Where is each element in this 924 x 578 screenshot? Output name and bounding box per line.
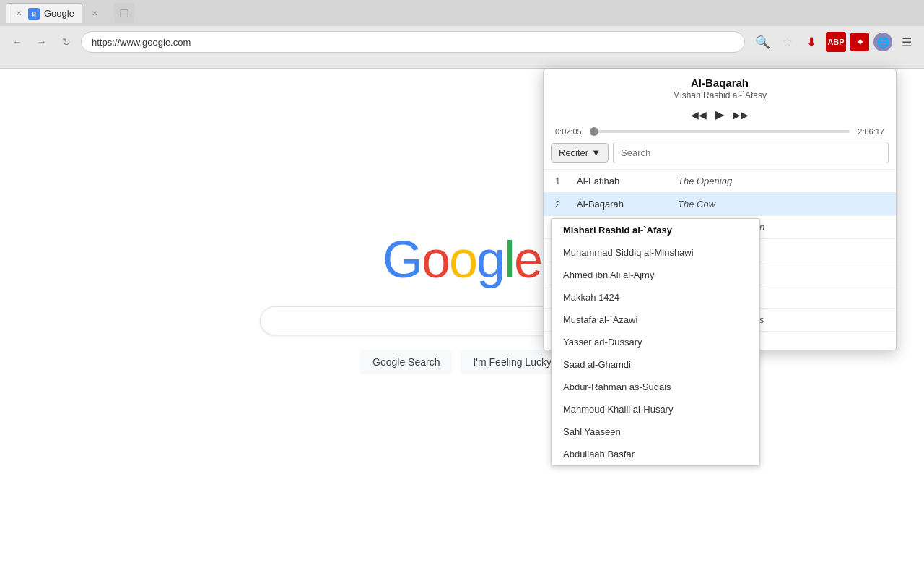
reciter-item-yaaseen[interactable]: Sahl Yaaseen: [552, 420, 759, 443]
tab-label-google: Google: [44, 8, 74, 19]
player-toolbar: Reciter ▼: [544, 142, 896, 169]
reciter-item-mishari[interactable]: Mishari Rashid al-`Afasy: [552, 219, 759, 241]
surah-row-2[interactable]: 2 Al-Baqarah The Cow: [544, 193, 896, 216]
reciter-item-basfar[interactable]: Abdullaah Basfar: [552, 443, 759, 465]
tab-google[interactable]: ✕ g Google: [6, 3, 82, 23]
star-icon[interactable]: ☆: [777, 32, 797, 52]
reciter-item-ghamdi[interactable]: Saad al-Ghamdi: [552, 353, 759, 376]
surah-num-1: 1: [555, 176, 577, 186]
tab-icon-google: g: [28, 8, 40, 20]
google-logo: Google: [383, 230, 541, 289]
surah-search-input[interactable]: [613, 142, 889, 163]
back-button[interactable]: ←: [7, 32, 27, 52]
logo-e: e: [514, 230, 541, 288]
surah-english-2: The Cow: [678, 199, 715, 210]
surah-row-1[interactable]: 1 Al-Fatihah The Opening: [544, 170, 896, 193]
surah-arabic-1: Al-Fatihah: [577, 176, 678, 186]
toolbar-icons: 🔍 ☆ ⬇ ABP ✦ 🌐 ☰: [752, 32, 917, 52]
tab-new[interactable]: ✕: [82, 3, 111, 23]
surah-arabic-2: Al-Baqarah: [577, 199, 678, 210]
logo-G: G: [383, 230, 422, 288]
time-current: 0:02:05: [555, 127, 584, 136]
player-subtitle: Mishari Rashid al-`Afasy: [555, 90, 884, 100]
reciter-item-dussary[interactable]: Yasser ad-Dussary: [552, 331, 759, 353]
logo-l: l: [504, 230, 514, 288]
progress-thumb: [590, 127, 598, 136]
forward-button[interactable]: →: [32, 32, 52, 52]
progress-track[interactable]: [590, 130, 850, 133]
time-total: 2:06:17: [855, 127, 884, 136]
player-controls: ◀◀ ▶ ▶▶: [544, 103, 896, 126]
browser-chrome: ✕ g Google ✕ □ ← → ↻ 🔍 ☆ ⬇ ABP ✦ 🌐 ☰: [0, 0, 924, 69]
reciter-item-husary[interactable]: Mahmoud Khalil al-Husary: [552, 398, 759, 420]
player-title: Al-Baqarah: [555, 77, 884, 89]
logo-o2: o: [449, 230, 476, 288]
reciter-item-sudais[interactable]: Abdur-Rahman as-Sudais: [552, 376, 759, 398]
google-buttons: Google Search I'm Feeling Lucky: [360, 350, 564, 374]
reciter-item-minshawi[interactable]: Muhammad Siddiq al-Minshawi: [552, 241, 759, 264]
surah-english-1: The Opening: [678, 176, 732, 186]
feeling-lucky-button[interactable]: I'm Feeling Lucky: [461, 350, 564, 374]
zoom-icon[interactable]: 🔍: [752, 32, 772, 52]
reciter-item-makkah[interactable]: Makkah 1424: [552, 286, 759, 309]
logo-o1: o: [422, 230, 449, 288]
surah-num-2: 2: [555, 199, 577, 210]
logo-g: g: [476, 230, 504, 288]
player-header: Al-Baqarah Mishari Rashid al-`Afasy: [544, 69, 896, 103]
new-tab-button[interactable]: □: [114, 3, 134, 23]
next-button[interactable]: ▶▶: [731, 108, 750, 122]
menu-icon[interactable]: ☰: [897, 32, 917, 52]
redstar-icon[interactable]: ✦: [850, 33, 869, 51]
reciter-label: Reciter: [559, 147, 588, 158]
tab-close-google[interactable]: ✕: [14, 9, 24, 19]
tab-bar: ✕ g Google ✕ □: [0, 0, 924, 26]
address-bar-row: ← → ↻ 🔍 ☆ ⬇ ABP ✦ 🌐 ☰: [0, 26, 924, 58]
pocket-icon[interactable]: ⬇: [801, 32, 821, 52]
reciter-item-azawi[interactable]: Mustafa al-`Azawi: [552, 309, 759, 331]
reciter-item-ajmy[interactable]: Ahmed ibn Ali al-Ajmy: [552, 264, 759, 286]
reload-button[interactable]: ↻: [56, 32, 77, 52]
prev-button[interactable]: ◀◀: [689, 108, 708, 122]
abp-icon[interactable]: ABP: [826, 32, 846, 52]
reciter-dropdown: Mishari Rashid al-`Afasy Muhammad Siddiq…: [551, 218, 760, 466]
player-progress-row: 0:02:05 2:06:17: [544, 126, 896, 142]
quran-player: Al-Baqarah Mishari Rashid al-`Afasy ◀◀ ▶…: [543, 69, 897, 350]
google-search-button[interactable]: Google Search: [360, 350, 452, 374]
tab-close-new[interactable]: ✕: [90, 8, 100, 18]
globe-icon[interactable]: 🌐: [873, 33, 892, 51]
reciter-button[interactable]: Reciter ▼: [551, 143, 609, 163]
address-input[interactable]: [81, 31, 745, 53]
play-button[interactable]: ▶: [714, 106, 725, 123]
new-tab-icon: □: [120, 6, 128, 21]
reciter-dropdown-arrow: ▼: [591, 147, 601, 158]
